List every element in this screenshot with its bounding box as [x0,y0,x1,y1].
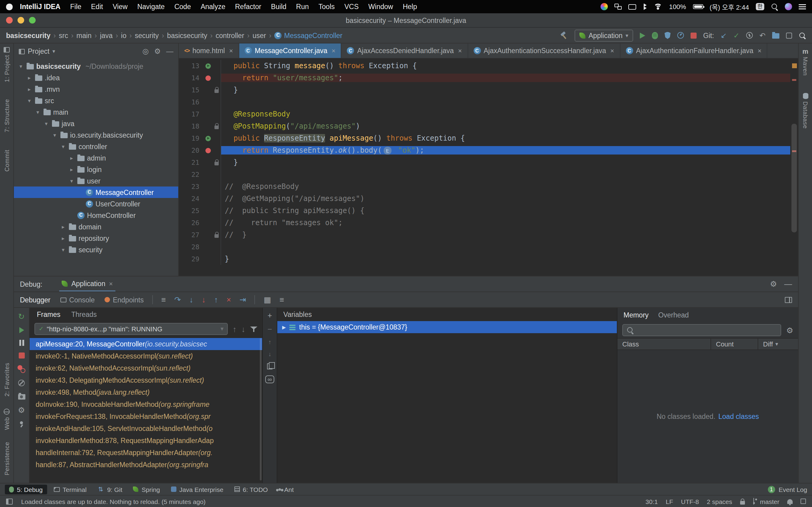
vcs-history-button[interactable] [746,32,753,39]
menubar-menu-tools[interactable]: Tools [314,3,340,10]
code-text[interactable]: // return "messages ok"; [221,219,790,227]
line-number[interactable]: 23 [179,182,203,190]
editor-scrollbar[interactable] [790,59,798,276]
tree-arrow-icon[interactable]: ▾ [60,144,66,150]
memory-column-class[interactable]: Class [617,339,711,349]
layout-settings-icon[interactable] [785,297,792,303]
mute-breakpoints-icon[interactable] [18,380,25,386]
spotlight-icon[interactable] [771,3,778,10]
tree-item[interactable]: ▸domain [14,221,178,232]
memory-search-input[interactable] [622,324,781,336]
vcs-rollback-button[interactable]: ↶ [759,32,765,39]
hide-debug-icon[interactable]: — [784,280,792,288]
hide-library-frames-icon[interactable] [250,326,257,332]
display-icon[interactable] [629,4,637,9]
step-into-icon[interactable]: ↓ [189,296,193,303]
show-return-values-icon[interactable]: ∞ [265,376,274,383]
menubar-menu-vcs[interactable]: VCS [340,3,363,10]
code-text[interactable]: // public String apiMessage() { [221,207,790,215]
step-over-icon[interactable]: ↷ [174,296,181,303]
debug-tab-console[interactable]: Console [60,296,95,303]
run-method-gutter-icon[interactable] [205,63,211,68]
pause-button[interactable] [19,340,24,346]
line-number[interactable]: 13 [179,62,203,70]
breadcrumb-class-item[interactable]: CMessageController [274,32,342,39]
control-center-icon[interactable] [799,4,806,9]
tab-close-icon[interactable]: × [758,47,762,54]
tree-arrow-icon[interactable]: ▸ [68,155,75,161]
prev-frame-icon[interactable]: ↑ [233,325,237,333]
menubar-app-name[interactable]: IntelliJ IDEA [20,3,60,10]
frames-tab-frames[interactable]: Frames [37,311,60,318]
stack-frame-row[interactable]: invoke:62, NativeMethodAccessorImpl (sun… [30,362,262,374]
debug-session-tab[interactable]: Application × [59,276,115,291]
toolwindow-toggle-icon[interactable] [6,498,13,504]
fold-marker-icon[interactable] [214,234,219,237]
memory-column-diff[interactable]: Diff▾ [758,339,798,349]
tree-arrow-icon[interactable]: ▾ [68,178,75,184]
tree-item[interactable]: ▾java [14,118,178,129]
thread-dump-icon[interactable] [18,394,25,400]
stack-frame-row[interactable]: invokeForRequest:138, InvocableHandlerMe… [30,410,262,422]
bluetooth-icon[interactable] [643,3,647,10]
remote-host-icon[interactable] [772,33,779,39]
breadcrumb-item-java[interactable]: java [100,32,113,39]
drop-frame-icon[interactable]: × [226,296,231,303]
breadcrumb-item-src[interactable]: src [59,32,68,39]
event-log-label[interactable]: Event Log [778,486,807,493]
breakpoint-icon[interactable] [205,148,211,153]
coverage-button[interactable] [665,32,671,39]
line-number[interactable]: 15 [179,86,203,94]
debug-settings-icon[interactable]: ⚙ [18,406,25,414]
move-watch-down-icon[interactable]: ↓ [268,351,271,357]
editor-tab-ajaxauthenticationfailurehandler-java[interactable]: CAjaxAuthenticationFailureHandler.java× [620,44,768,58]
stack-frame-row[interactable]: invokeAndHandle:105, ServletInvocableHan… [30,422,262,435]
expand-arrow-icon[interactable]: ▶ [282,325,286,330]
tree-item[interactable]: CHomeController [14,210,178,221]
toolwindow-button-9-git[interactable]: ⇅9: Git [93,484,126,494]
memory-column-count[interactable]: Count [711,339,758,349]
memory-tab-overhead[interactable]: Overhead [658,312,689,319]
breadcrumb-item-basicsecurity[interactable]: basicsecurity [6,32,50,39]
line-number[interactable]: 24 [179,194,203,203]
tree-item[interactable]: CMessageController [14,186,178,198]
code-text[interactable]: public ResponseEntity apiMessage() throw… [221,134,790,143]
menubar-menu-run[interactable]: Run [291,3,314,10]
breadcrumb-item-security[interactable]: security [135,32,159,39]
view-options-icon[interactable]: ≡ [280,296,284,303]
code-text[interactable]: } [221,86,790,94]
memory-tab-memory[interactable]: Memory [623,312,649,319]
editor-tab-ajaxauthenticationsuccesshandler-java[interactable]: CAjaxAuthenticationSuccessHandler.java× [468,44,620,58]
stage-manager-icon[interactable] [615,4,622,10]
tree-arrow-icon[interactable]: ▸ [68,166,75,172]
stack-frame-row[interactable]: invoke:498, Method (java.lang.reflect) [30,386,262,398]
toolwindow-button-ant[interactable]: Ant [274,484,298,494]
stripe-button-database[interactable]: Database [802,93,809,128]
vcs-update-button[interactable]: ↙ [721,32,727,39]
menubar-menu-view[interactable]: View [108,3,132,10]
tree-arrow-icon[interactable]: ▸ [60,224,66,230]
line-number[interactable]: 16 [179,98,203,106]
remove-watch-icon[interactable]: − [267,325,272,333]
run-config-combo[interactable]: Application ▾ [574,29,633,41]
project-settings-gear-icon[interactable]: ⚙ [154,48,161,55]
tree-arrow-icon[interactable]: ▾ [43,120,50,126]
menubar-menu-refactor[interactable]: Refactor [230,3,266,10]
code-text[interactable]: @PostMapping("/api/messages") [221,122,790,130]
run-button[interactable] [640,32,645,38]
stripe-button-7-structure[interactable]: 7: Structure [3,99,10,133]
code-text[interactable]: return "user/messages"; [221,74,790,82]
code-text[interactable]: } [221,158,790,167]
locate-file-icon[interactable]: ◎ [143,48,149,55]
code-text[interactable]: // } [221,231,790,239]
line-separator[interactable]: LF [666,498,673,505]
menubar-menu-file[interactable]: File [65,3,86,10]
tree-arrow-icon[interactable]: ▾ [60,246,66,252]
tree-item[interactable]: ▾io.security.basicsecurity [14,129,178,140]
stack-frame-row[interactable]: doInvoke:190, InvocableHandlerMethod (or… [30,398,262,410]
rerun-button[interactable]: ↻ [18,313,25,321]
breadcrumb-item-main[interactable]: main [77,32,92,39]
apple-menu-icon[interactable] [6,3,13,10]
pin-tab-icon[interactable] [18,421,25,427]
breadcrumb-item-controller[interactable]: controller [216,32,244,39]
